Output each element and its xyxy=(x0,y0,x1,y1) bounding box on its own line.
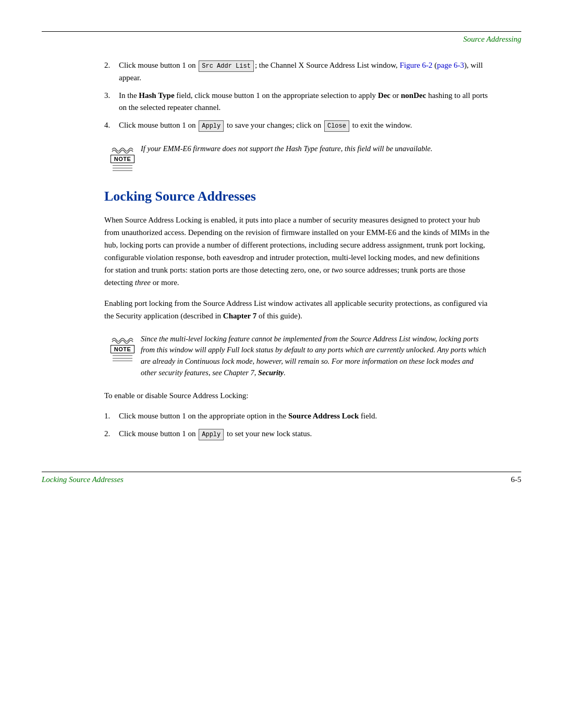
steps-before-list: 2. Click mouse button 1 on Src Addr List… xyxy=(104,59,490,132)
italic-two: two xyxy=(332,266,343,274)
dec-label: Dec xyxy=(378,91,390,100)
note-wavy-icon-2 xyxy=(111,335,134,345)
locking-step-1: 1. Click mouse button 1 on the appropria… xyxy=(104,410,490,422)
locking-step-2: 2. Click mouse button 1 on Apply to set … xyxy=(104,428,490,440)
security-bold: Security xyxy=(258,368,284,377)
note-graphic-2: NOTE xyxy=(111,335,135,363)
italic-three: three xyxy=(135,278,151,287)
note-line-1b xyxy=(113,168,132,168)
paragraph-2: Enabling port locking from the Source Ad… xyxy=(104,297,490,322)
note-icon-1: NOTE xyxy=(104,142,141,173)
note-line-2c xyxy=(113,361,132,361)
locking-intro: To enable or disable Source Address Lock… xyxy=(104,389,490,402)
note-line-1c xyxy=(113,170,132,171)
step-4: 4. Click mouse button 1 on Apply to save… xyxy=(104,119,490,132)
hash-type-label: Hash Type xyxy=(139,91,174,100)
close-button[interactable]: Close xyxy=(324,120,349,132)
src-addr-list-button[interactable]: Src Addr List xyxy=(199,60,254,72)
section-heading: Locking Source Addresses xyxy=(104,189,490,204)
locking-step-2-num: 2. xyxy=(104,428,119,440)
note-lines-2 xyxy=(113,355,132,363)
apply-button-2[interactable]: Apply xyxy=(199,429,224,440)
note-1-body: If your EMM-E6 firmware does not support… xyxy=(141,144,433,153)
step-2-content: Click mouse button 1 on Src Addr List; t… xyxy=(119,59,490,83)
figure-6-2-link[interactable]: Figure 6-2 xyxy=(400,61,433,69)
step-3-content: In the Hash Type field, click mouse butt… xyxy=(119,90,490,113)
page-6-3-link[interactable]: page 6-3 xyxy=(437,61,464,69)
note-2-text: Since the multi-level locking feature ca… xyxy=(141,332,490,379)
note-lines-1 xyxy=(113,165,132,173)
source-address-lock-label: Source Address Lock xyxy=(288,412,359,420)
note-line-2a xyxy=(113,355,132,356)
header-rule xyxy=(42,31,521,32)
nondec-label: nonDec xyxy=(401,91,426,100)
note-line-1a xyxy=(113,165,132,166)
note-line-2b xyxy=(113,358,132,359)
locking-step-2-content: Click mouse button 1 on Apply to set you… xyxy=(119,428,490,440)
note-icon-2: NOTE xyxy=(104,332,141,379)
note-1-text: If your EMM-E6 firmware does not support… xyxy=(141,142,490,173)
step-2-num: 2. xyxy=(104,59,119,83)
footer-line: Locking Source Addresses 6-5 xyxy=(42,475,521,484)
content-area: 2. Click mouse button 1 on Src Addr List… xyxy=(42,59,521,440)
note-label-1: NOTE xyxy=(111,155,135,163)
locking-step-1-content: Click mouse button 1 on the appropriate … xyxy=(119,410,490,422)
step-3: 3. In the Hash Type field, click mouse b… xyxy=(104,90,490,113)
note-box-1: NOTE If your EMM-E6 firmware does not su… xyxy=(104,142,490,173)
note-wavy-icon xyxy=(111,144,134,155)
paragraph-1: When Source Address Locking is enabled, … xyxy=(104,214,490,289)
step-4-content: Click mouse button 1 on Apply to save yo… xyxy=(119,119,490,132)
header-title: Source Addressing xyxy=(463,35,521,44)
footer-rule xyxy=(42,472,521,472)
apply-button-1[interactable]: Apply xyxy=(199,120,224,132)
step-3-num: 3. xyxy=(104,90,119,113)
note-label-2: NOTE xyxy=(111,345,135,353)
step-4-num: 4. xyxy=(104,119,119,132)
note-graphic-1: NOTE xyxy=(111,144,135,173)
header-line: Source Addressing xyxy=(42,35,521,44)
note-box-2: NOTE Since the multi-level locking featu… xyxy=(104,332,490,379)
chapter-7-ref: Chapter 7 xyxy=(223,312,256,320)
footer-right: 6-5 xyxy=(511,475,521,484)
step-2: 2. Click mouse button 1 on Src Addr List… xyxy=(104,59,490,83)
footer-left: Locking Source Addresses xyxy=(42,475,124,484)
locking-step-1-num: 1. xyxy=(104,410,119,422)
locking-steps-list: 1. Click mouse button 1 on the appropria… xyxy=(104,410,490,440)
